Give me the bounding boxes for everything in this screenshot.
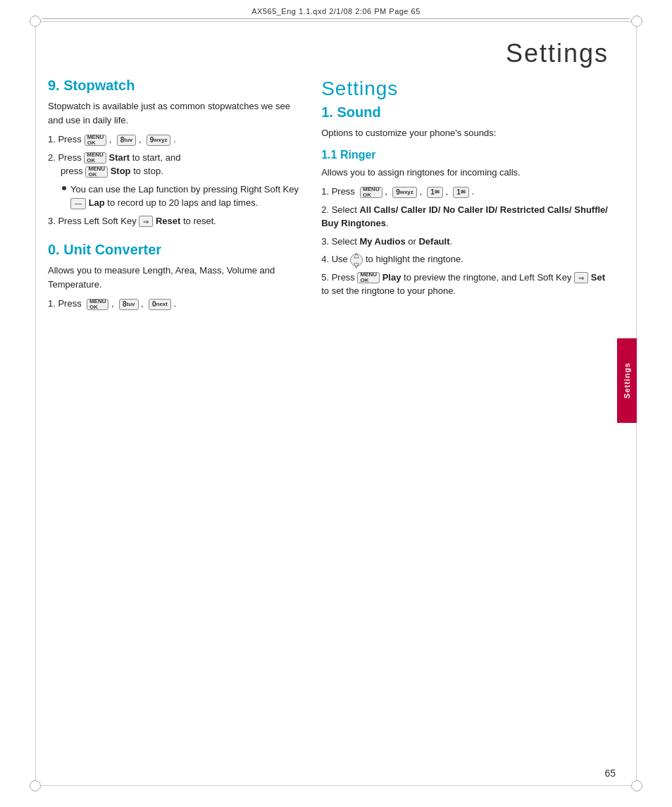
- reg-mark-left-top: [30, 16, 41, 27]
- stopwatch-step2: 2. Press MENUOK Start to start, and pres…: [48, 151, 300, 178]
- unit-converter-section: 0. Unit Converter Allows you to measure …: [48, 242, 300, 311]
- step1-num: 1. Press: [48, 133, 82, 147]
- bullet-text: You can use the Lap function by pressing…: [70, 183, 300, 210]
- ringer-step3: 3. Select My Audios or Default.: [321, 235, 609, 249]
- side-tab-label: Settings: [623, 362, 631, 398]
- soft-key-lap: —: [70, 198, 86, 209]
- menu-key-3: MENUOK: [85, 166, 108, 178]
- ringer-step5: 5. Press MENUOK Play to preview the ring…: [321, 271, 609, 298]
- menu-key-r5: MENUOK: [357, 272, 380, 283]
- key-9wxyz-r: 9wxyz: [392, 187, 417, 198]
- step1-keys: MENUOK , 8tuv , 9wxyz .: [85, 133, 176, 147]
- menu-key-1: MENUOK: [85, 135, 107, 146]
- right-column: Settings 1. Sound Options to customize y…: [321, 78, 609, 772]
- key-0next: 0next: [149, 299, 171, 310]
- bullet-dot: [62, 186, 66, 190]
- settings-right-heading: Settings: [321, 78, 609, 100]
- soft-key-set: ⇒: [574, 272, 588, 283]
- ringer-body: Allows you to assign ringtones for incom…: [321, 166, 609, 180]
- unit-step1: 1. Press MENUOK , 8tuv , 0next .: [48, 297, 300, 311]
- ringer-heading: 1.1 Ringer: [321, 149, 609, 161]
- header-bar: AX565_Eng 1.1.qxd 2/1/08 2:06 PM Page 65: [42, 7, 630, 19]
- main-title: Settings: [506, 39, 609, 68]
- menu-key-uc: MENUOK: [87, 299, 109, 310]
- menu-key-r1: MENUOK: [360, 187, 382, 198]
- stopwatch-body: Stopwatch is available just as common st…: [48, 99, 300, 127]
- file-info: AX565_Eng 1.1.qxd 2/1/08 2:06 PM Page 65: [251, 7, 421, 16]
- page-border-left: [35, 21, 36, 786]
- key-9wxyz: 9wxyz: [147, 135, 171, 146]
- soft-key-reset: ⇒: [139, 216, 153, 227]
- key-8tuv-uc: 8tuv: [119, 299, 139, 310]
- page-border-bottom: [35, 785, 637, 786]
- stopwatch-step3: 3. Press Left Soft Key ⇒ Reset to reset.: [48, 214, 300, 228]
- ringer-step1: 1. Press MENUOK , 9wxyz , 1✉ , 1✉ .: [321, 185, 609, 199]
- reg-mark-right-bottom: [631, 780, 642, 791]
- nav-key: △▽: [350, 254, 363, 266]
- stopwatch-step1: 1. Press MENUOK , 8tuv , 9wxyz .: [48, 133, 300, 147]
- key-1-r2: 1✉: [453, 187, 469, 198]
- sound-body: Options to customize your phone's sounds…: [321, 126, 609, 140]
- side-tab: Settings: [617, 338, 637, 423]
- unit-converter-heading: 0. Unit Converter: [48, 242, 300, 258]
- page-border-top: [35, 21, 637, 22]
- ringer-step2: 2. Select All Calls/ Caller ID/ No Calle…: [321, 203, 609, 230]
- left-column: 9. Stopwatch Stopwatch is available just…: [48, 78, 300, 772]
- stopwatch-heading: 9. Stopwatch: [48, 78, 300, 94]
- unit-converter-body: Allows you to measure Length, Area, Mass…: [48, 264, 300, 291]
- reg-mark-left-bottom: [30, 780, 41, 791]
- reg-mark-right-top: [631, 16, 642, 27]
- sound-heading: 1. Sound: [321, 104, 609, 121]
- stopwatch-bullet: You can use the Lap function by pressing…: [62, 183, 300, 210]
- content-area: 9. Stopwatch Stopwatch is available just…: [48, 78, 609, 772]
- key-1-r1: 1✉: [427, 187, 443, 198]
- ringer-step4: 4. Use △▽ to highlight the ringtone.: [321, 252, 609, 266]
- menu-key-2: MENUOK: [84, 152, 106, 164]
- key-8tuv: 8tuv: [117, 135, 137, 146]
